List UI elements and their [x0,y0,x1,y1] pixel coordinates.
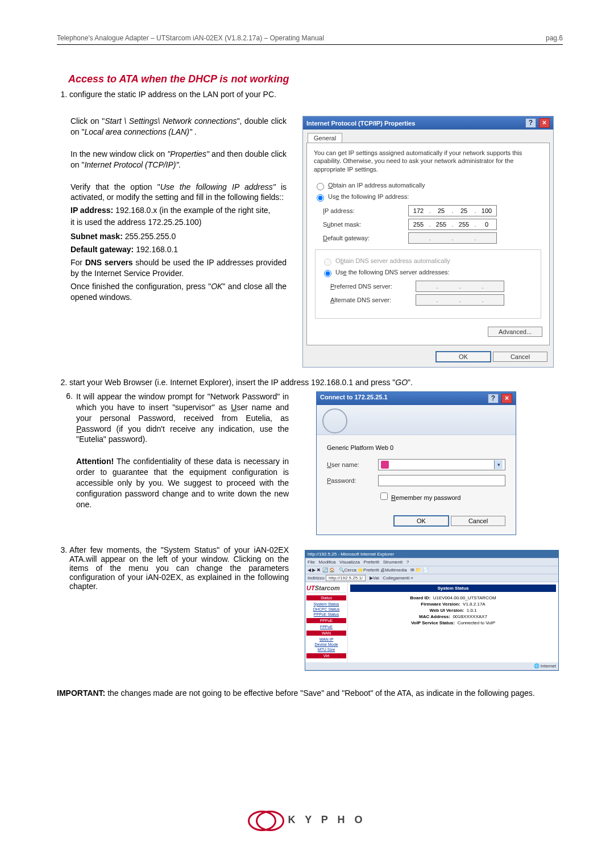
ip-address-label: IP address: [323,207,408,214]
step-1: configure the static IP address on the L… [69,90,563,99]
advanced-button[interactable]: Advanced... [488,327,542,337]
sidebar-item[interactable]: Device Mode [306,642,346,646]
auth-banner [317,405,516,435]
sidebar-item[interactable]: FPPoE [306,625,346,629]
para-click-start: Click on "Start \ Settings\ Network conn… [70,116,287,137]
sidebar-item[interactable]: MTU Size [306,648,346,652]
chevron-down-icon[interactable]: ▾ [494,460,503,469]
step-2: start your Web Browser (i.e. Internet Ex… [69,378,563,387]
sidebar-item[interactable]: System Status [306,602,346,606]
brand-logo: UTStarcom [306,585,346,593]
browser-address: Indirizzo http://192.5.25.1/ ▶Vai Colleg… [305,574,558,582]
close-windows-line: Once finished the configuration, press "… [70,281,287,303]
sidebar-item[interactable]: PPPoE Status [306,612,346,616]
gateway-line: Default gateway: 192.168.0.1 [70,244,287,255]
adns-input[interactable]: . . . [416,294,504,306]
cancel-button[interactable]: Cancel [493,352,547,362]
help-icon[interactable]: ? [488,394,499,403]
radio-obtain-dns-input [324,258,331,266]
pass-input[interactable] [378,475,505,486]
remember-row[interactable]: Remember my password [378,491,505,502]
user-input[interactable]: ▾ [378,459,505,470]
kypho-icon [248,807,282,832]
section-heading: Access to ATA when the DHCP is not worki… [68,73,563,85]
browser-status: 🌐 Internet [305,662,558,670]
subnet-line: Subnet mask: 255.255.255.0 [70,231,287,242]
auth-titlebar: Connect to 172.25.25.1 ? × [317,392,516,405]
step-6: It will appear the window prompt for "Ne… [76,391,289,445]
sidebar-item[interactable]: WAN IP [306,637,346,641]
browser-menu: File Modifica Visualizza Preferiti Strum… [305,558,558,566]
kv-row: Board ID: U1EV004.00.00_UTSTARCOM [350,595,556,600]
attention: Attention! The confidentiality of these … [76,456,289,510]
auth-ok-button[interactable]: OK [393,515,449,527]
step-3: After few moments, the "System Status" o… [69,545,289,591]
kv-row: MAC Address: 001BXXXXXAX7 [350,614,556,619]
close-icon[interactable]: × [501,394,512,403]
kv-row: Web UI Version: 1.0.1 [350,608,556,613]
ok-button[interactable]: OK [435,351,491,362]
sidebar-item[interactable]: DHCPC Status [306,607,346,611]
subnet-input[interactable]: . . . [408,219,497,230]
sidebar-wan[interactable]: WAN [306,631,346,636]
help-icon[interactable]: ? [525,118,536,128]
page-header: Telephone's Analogue Adapter – UTStarcom… [57,34,563,45]
tcpip-title: Internet Protocol (TCP/IP) Properties [306,120,415,127]
sidebar-pppoe[interactable]: PPPoE [306,618,346,623]
radio-obtain-auto-input[interactable] [317,183,324,190]
pdns-input[interactable]: . . . [416,281,504,292]
ip-address-line2: it is used the address 172.25.25.100) [70,217,287,228]
step-6-num: 6. [57,391,76,521]
radio-use-dns-input[interactable] [324,270,331,277]
header-left: Telephone's Analogue Adapter – UTStarcom… [57,34,324,42]
browser-window: http://192.5.25 - Microsoft Internet Exp… [305,550,559,671]
browser-toolbar: ◀ ▶ ✖ 🔄 🏠 🔍Cerca ⭐Preferiti 🖨Multimedia … [305,566,558,574]
tcpip-titlebar: Internet Protocol (TCP/IP) Properties ? … [303,116,553,130]
sidebar-status[interactable]: Status [306,595,346,600]
ip-address-input[interactable]: . . . [408,205,497,216]
auth-cancel-button[interactable]: Cancel [451,516,505,526]
kypho-text: K Y P H O [288,814,366,826]
para-properties: In the new window click on "Properties" … [70,149,287,170]
radio-obtain-auto[interactable]: Obtain an IP address automatically [314,181,542,190]
kv-row: Firmware Version: V1.8.2.17A [350,602,556,607]
keys-icon [322,408,347,433]
system-status-title: System Status [350,585,556,592]
gateway-label: Default gateway: [323,235,408,241]
browser-sidebar: UTStarcom Status System Status DHCPC Sta… [305,582,348,662]
auth-title: Connect to 172.25.25.1 [320,394,388,403]
browser-main: System Status Board ID: U1EV004.00.00_UT… [348,582,558,662]
gateway-input[interactable]: . . . [408,232,497,244]
radio-use-following-input[interactable] [317,194,324,202]
radio-use-dns[interactable]: Use the following DNS server addresses: [321,268,535,277]
pdns-label: Preferred DNS server: [330,283,416,290]
user-icon [381,461,389,469]
auth-realm: Generic Platform Web 0 [327,444,505,451]
dns-line: For DNS servers should be used the IP ad… [70,257,287,279]
auth-dialog: Connect to 172.25.25.1 ? × Generic Platf… [316,391,516,535]
footer-logo: K Y P H O [0,807,614,834]
tcpip-desc: You can get IP settings assigned automat… [314,149,542,173]
subnet-label: Subnet mask: [323,221,408,228]
sidebar-virt[interactable]: Virt [306,653,346,658]
ip-address-line: IP address: 192.168.0.x (in the example … [70,205,287,216]
user-label: User name: [327,461,378,468]
pass-label: Password: [327,477,378,484]
header-right: pag.6 [546,34,563,42]
para-verify: Verify that the option "Use the followin… [70,182,287,203]
kv-row: VoIP Service Status: Connected to VoIP [350,620,556,625]
adns-label: Alternate DNS server: [330,297,416,303]
radio-obtain-dns-auto: Obtain DNS server address automatically [321,257,535,266]
tcpip-dialog: Internet Protocol (TCP/IP) Properties ? … [302,116,554,368]
remember-checkbox[interactable] [380,493,388,500]
browser-title: http://192.5.25 - Microsoft Internet Exp… [305,550,558,558]
address-field[interactable]: http://192.5.25.1/ [326,575,366,581]
tab-general[interactable]: General [308,133,342,143]
radio-use-following[interactable]: Use the following IP address: [314,193,542,202]
close-icon[interactable]: × [539,118,550,128]
important-note: IMPORTANT: the changes made are not goin… [57,688,563,699]
